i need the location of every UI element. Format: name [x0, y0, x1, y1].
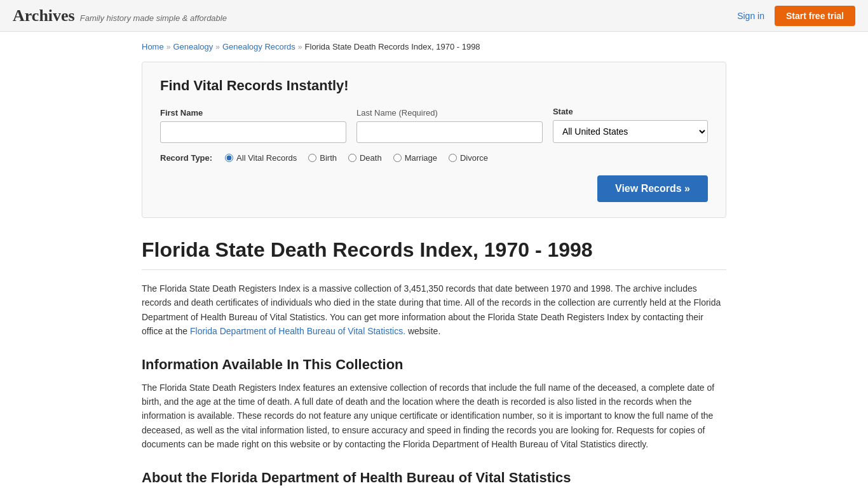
- breadcrumb-sep-3: »: [298, 43, 302, 51]
- radio-divorce[interactable]: Divorce: [449, 153, 488, 163]
- radio-all-vital-label: All Vital Records: [236, 153, 297, 163]
- radio-divorce-input[interactable]: [449, 154, 457, 162]
- search-fields-row: First Name Last Name (Required) State Al…: [160, 107, 708, 143]
- radio-death-input[interactable]: [348, 154, 356, 162]
- radio-birth[interactable]: Birth: [308, 153, 337, 163]
- breadcrumb-home[interactable]: Home: [142, 42, 164, 51]
- fdoh-link[interactable]: Florida Department of Health Bureau of V…: [190, 326, 405, 336]
- state-select[interactable]: All United States Alabama Alaska Arizona…: [553, 120, 708, 143]
- radio-all-vital-input[interactable]: [225, 154, 233, 162]
- view-records-row: View Records »: [160, 175, 708, 202]
- start-trial-button[interactable]: Start free trial: [775, 6, 855, 26]
- main-content: Home » Genealogy » Genealogy Records » F…: [129, 32, 739, 488]
- radio-death-label: Death: [360, 153, 382, 163]
- section1-heading: Information Available In This Collection: [142, 356, 726, 373]
- first-name-input[interactable]: [160, 121, 346, 143]
- search-title: Find Vital Records Instantly!: [160, 78, 708, 94]
- radio-birth-input[interactable]: [308, 154, 316, 162]
- breadcrumb-current: Florida State Death Records Index, 1970 …: [305, 42, 480, 51]
- title-divider: [142, 269, 726, 270]
- radio-death[interactable]: Death: [348, 153, 382, 163]
- section2-heading: About the Florida Department of Health B…: [142, 470, 726, 486]
- last-name-label: Last Name (Required): [356, 108, 543, 118]
- breadcrumb-genealogy[interactable]: Genealogy: [173, 42, 213, 51]
- page-title: Florida State Death Records Index, 1970 …: [142, 238, 726, 262]
- header-nav: Sign in Start free trial: [737, 6, 855, 26]
- site-header: Archives Family history made simple & af…: [0, 0, 868, 32]
- record-type-row: Record Type: All Vital Records Birth Dea…: [160, 153, 708, 163]
- first-name-field-group: First Name: [160, 108, 346, 143]
- view-records-button[interactable]: View Records »: [597, 175, 708, 202]
- radio-group: All Vital Records Birth Death Marriage D…: [225, 153, 488, 163]
- state-field-group: State All United States Alabama Alaska A…: [553, 107, 708, 143]
- radio-marriage[interactable]: Marriage: [393, 153, 437, 163]
- radio-divorce-label: Divorce: [460, 153, 488, 163]
- breadcrumb-sep-2: »: [215, 43, 220, 51]
- search-box: Find Vital Records Instantly! First Name…: [142, 62, 726, 218]
- first-name-label: First Name: [160, 108, 346, 118]
- site-tagline: Family history made simple & affordable: [80, 13, 227, 23]
- header-logo-area: Archives Family history made simple & af…: [13, 6, 227, 25]
- breadcrumb-genealogy-records[interactable]: Genealogy Records: [222, 42, 295, 51]
- radio-all-vital[interactable]: All Vital Records: [225, 153, 297, 163]
- site-logo: Archives: [13, 6, 75, 25]
- last-name-input[interactable]: [356, 121, 543, 143]
- breadcrumb: Home » Genealogy » Genealogy Records » F…: [142, 42, 726, 51]
- record-type-label: Record Type:: [160, 153, 212, 163]
- radio-birth-label: Birth: [320, 153, 337, 163]
- radio-marriage-input[interactable]: [393, 154, 402, 162]
- section1-text: The Florida State Death Registers Index …: [142, 381, 726, 452]
- last-name-field-group: Last Name (Required): [356, 108, 543, 143]
- state-label: State: [553, 107, 708, 116]
- intro-end: website.: [408, 326, 440, 336]
- intro-paragraph: The Florida State Death Registers Index …: [142, 281, 726, 339]
- radio-marriage-label: Marriage: [405, 153, 437, 163]
- breadcrumb-sep-1: »: [166, 43, 171, 51]
- sign-in-link[interactable]: Sign in: [737, 11, 764, 21]
